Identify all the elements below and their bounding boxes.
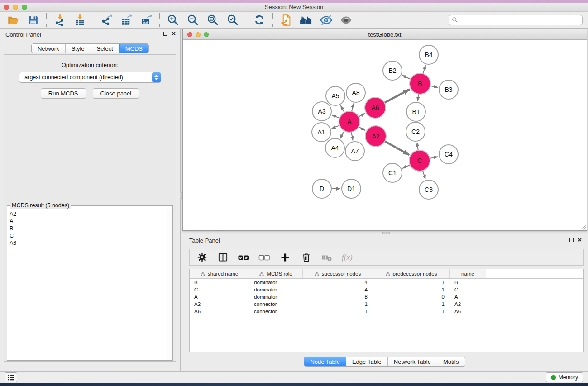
mcds-result-item[interactable]: C (10, 232, 166, 239)
mcds-result-item[interactable]: A (10, 218, 166, 225)
column-header-name[interactable]: name (450, 269, 486, 278)
criterion-dropdown[interactable]: largest connected component (directed) (19, 72, 161, 83)
zoom-out-icon[interactable] (186, 13, 200, 27)
graph-node-label: C (417, 157, 422, 164)
graph-node-label: C4 (445, 151, 453, 158)
tab-network-table[interactable]: Network Table (387, 357, 437, 366)
table-cell: 0 (373, 294, 450, 300)
float-panel-icon[interactable] (163, 32, 167, 36)
tab-network[interactable]: Network (32, 44, 65, 53)
tab-select[interactable]: Select (91, 44, 119, 53)
table-header-row: shared name MCDS role successor nodes pr… (190, 269, 583, 279)
tab-mcds[interactable]: MCDS (119, 44, 148, 53)
save-session-icon[interactable] (26, 13, 40, 27)
table-panel: Table Panel × f(x) (181, 234, 588, 371)
control-panel-tabs: Network Style Select MCDS (31, 43, 149, 53)
show-graphics-details-icon[interactable] (339, 13, 353, 27)
criterion-selected-value: largest connected component (directed) (19, 74, 152, 81)
show-column-panel-icon[interactable] (217, 252, 229, 263)
app-titlebar: Session: New Session (0, 3, 588, 12)
tab-node-table[interactable]: Node Table (304, 357, 346, 366)
open-session-icon[interactable] (6, 13, 20, 27)
zoom-in-icon[interactable] (166, 13, 180, 27)
add-column-icon[interactable] (279, 252, 291, 263)
table-cell: dominator (249, 294, 303, 300)
network-canvas[interactable]: B4B2BB3B1A5A8A3A6AA1A2C2A4A7C4CC1C3DD1 (183, 40, 587, 230)
zoom-selected-icon[interactable] (226, 13, 239, 27)
graph-node-label: B4 (425, 51, 432, 58)
tab-style[interactable]: Style (65, 44, 91, 53)
mcds-tab-content: Optimization criterion: largest connecte… (4, 54, 176, 362)
table-cell: A6 (190, 309, 249, 314)
export-table-icon[interactable] (120, 13, 133, 27)
dropdown-stepper-icon (152, 72, 161, 82)
delete-column-icon[interactable] (300, 252, 312, 263)
column-header-shared-name[interactable]: shared name (190, 269, 249, 278)
table-row[interactable]: A6connector11A6 (190, 308, 583, 315)
search-input[interactable] (458, 17, 579, 23)
node-table: shared name MCDS role successor nodes pr… (189, 269, 584, 352)
mcds-result-item[interactable]: B (10, 225, 166, 232)
first-neighbors-icon[interactable] (299, 13, 313, 27)
graph-node-label: A (347, 118, 352, 125)
table-cell: 8 (303, 294, 373, 300)
table-cell: 4 (303, 280, 373, 285)
column-header-successor-nodes[interactable]: successor nodes (303, 269, 373, 278)
main-toolbar (0, 12, 588, 29)
network-window-titlebar[interactable]: testGlobe.txt (183, 29, 587, 40)
table-panel-tabs: Node Table Edge Table Network Table Moti… (304, 357, 465, 367)
hide-graphics-details-icon[interactable] (319, 13, 333, 27)
graph-node-label: D1 (347, 185, 355, 192)
window-resize-grip-icon[interactable] (580, 224, 586, 230)
mcds-result-item[interactable]: A6 (10, 239, 166, 247)
float-table-panel-icon[interactable] (569, 238, 574, 242)
apply-layout-icon[interactable] (253, 13, 266, 27)
vertical-splitter-grip[interactable] (180, 192, 182, 199)
close-table-panel-icon[interactable]: × (578, 237, 582, 243)
mcds-result-list[interactable]: A2ABCA6 (8, 209, 166, 360)
import-network-icon[interactable] (53, 13, 67, 27)
memory-button[interactable]: Memory (546, 372, 583, 382)
close-panel-icon[interactable]: × (172, 31, 176, 36)
table-row[interactable]: Cdominator41C (190, 286, 583, 293)
column-header-predecessor-nodes[interactable]: predecessor nodes (373, 269, 450, 278)
column-header-filler (486, 269, 583, 278)
graph-node-label: C1 (388, 169, 397, 176)
search-box[interactable] (449, 15, 583, 25)
table-row[interactable]: A2connector11A2 (190, 300, 583, 308)
tab-motifs[interactable]: Motifs (437, 357, 465, 366)
mcds-list-scrollbar[interactable] (167, 209, 172, 360)
export-network-icon[interactable] (100, 13, 113, 27)
tab-edge-table[interactable]: Edge Table (346, 357, 387, 366)
table-row[interactable]: Adominator80A (190, 293, 583, 300)
list-icon (8, 375, 14, 381)
run-mcds-button[interactable]: Run MCDS (41, 88, 86, 99)
delete-table-icon-disabled (321, 252, 333, 263)
export-image-icon[interactable] (139, 13, 153, 27)
network-view-window[interactable]: testGlobe.txt B4B2BB3B1A5A8A3A6AA1A2C2A4… (182, 29, 587, 231)
graph-node-label: B (418, 80, 422, 87)
graph-node-label: C2 (411, 128, 420, 135)
table-cell: A (190, 294, 249, 300)
column-type-icon (315, 272, 319, 276)
close-panel-button[interactable]: Close panel (93, 88, 139, 99)
graph-node-label: A3 (318, 108, 325, 115)
deselect-all-checkboxes-icon[interactable] (258, 252, 270, 263)
table-panel-title: Table Panel (189, 237, 220, 244)
table-row[interactable]: Bdominator41B (190, 279, 583, 286)
table-cell: A2 (450, 300, 486, 308)
table-cell: C (450, 286, 486, 293)
network-graph[interactable]: B4B2BB3B1A5A8A3A6AA1A2C2A4A7C4CC1C3DD1 (183, 40, 587, 230)
import-table-icon[interactable] (73, 13, 86, 27)
mcds-result-box: MCDS result (5 nodes) A2ABCA6 (7, 205, 173, 361)
mcds-result-item[interactable]: A2 (10, 210, 166, 218)
new-network-from-selection-icon[interactable] (279, 13, 293, 27)
table-cell: 1 (373, 301, 450, 307)
table-options-gear-icon[interactable] (196, 252, 208, 263)
zoom-fit-icon[interactable] (206, 13, 220, 27)
select-all-checkboxes-icon[interactable] (238, 252, 249, 263)
column-header-mcds-role[interactable]: MCDS role (249, 269, 303, 278)
status-bar: Memory (0, 371, 588, 383)
function-builder-icon-disabled: f(x) (342, 253, 353, 262)
task-history-button[interactable] (5, 372, 17, 382)
